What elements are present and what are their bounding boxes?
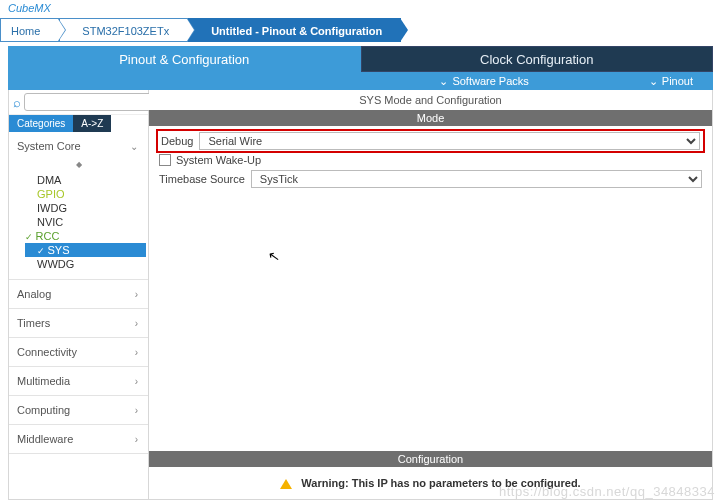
group-label: Multimedia: [17, 375, 70, 387]
chevron-down-icon: ⌄: [130, 141, 138, 152]
breadcrumb-chip-label: STM32F103ZETx: [82, 25, 169, 37]
debug-select[interactable]: Serial Wire: [199, 132, 700, 150]
mode-header: Mode: [149, 110, 712, 126]
breadcrumb: Home STM32F103ZETx Untitled - Pinout & C…: [0, 18, 721, 42]
app-title: CubeMX: [0, 0, 721, 16]
search-input[interactable]: [24, 93, 161, 111]
warning-text: Warning: This IP has no parameters to be…: [301, 477, 580, 489]
chevron-right-icon: ›: [135, 376, 138, 387]
chevron-right-icon: ›: [135, 347, 138, 358]
search-icon: ⌕: [13, 95, 21, 110]
chevron-right-icon: ›: [135, 289, 138, 300]
tree-item-dma[interactable]: DMA: [37, 173, 148, 187]
system-core-tree: ◆ DMA GPIO IWDG NVIC RCC SYS WWDG: [9, 160, 148, 279]
group-header-connectivity[interactable]: Connectivity›: [9, 338, 148, 366]
mouse-cursor-icon: ↖: [267, 247, 282, 265]
mode-body: Debug Serial Wire System Wake-Up Timebas…: [149, 126, 712, 198]
tree-item-nvic[interactable]: NVIC: [37, 215, 148, 229]
category-tabs: Categories A->Z: [9, 115, 148, 132]
pinout-dropdown[interactable]: Pinout: [649, 72, 693, 90]
group-label: Computing: [17, 404, 70, 416]
tab-clock-config[interactable]: Clock Configuration: [361, 46, 714, 72]
debug-label: Debug: [161, 135, 193, 147]
wakeup-checkbox[interactable]: [159, 154, 171, 166]
group-label: Timers: [17, 317, 50, 329]
warning-icon: [280, 479, 292, 489]
debug-row: Debug Serial Wire: [159, 132, 702, 150]
wakeup-label: System Wake-Up: [176, 154, 261, 166]
group-label: Connectivity: [17, 346, 77, 358]
panel-title: SYS Mode and Configuration: [149, 90, 712, 110]
breadcrumb-file-label: Untitled - Pinout & Configuration: [211, 25, 382, 37]
tab-pinout-config[interactable]: Pinout & Configuration: [8, 46, 361, 72]
group-header-analog[interactable]: Analog›: [9, 280, 148, 308]
tab-az[interactable]: A->Z: [73, 115, 111, 132]
tree-item-rcc[interactable]: RCC: [37, 229, 148, 243]
sidebar: ⌕ ⌄ ⚙ Categories A->Z System Core ⌄ ◆ DM…: [9, 90, 149, 499]
sub-toolbar: Software Packs Pinout: [8, 72, 713, 90]
breadcrumb-file[interactable]: Untitled - Pinout & Configuration: [188, 18, 401, 42]
config-panel: SYS Mode and Configuration Mode Debug Se…: [149, 90, 712, 499]
chevron-right-icon: ›: [135, 318, 138, 329]
search-row: ⌕ ⌄ ⚙: [9, 90, 148, 115]
group-label: Middleware: [17, 433, 73, 445]
group-label: System Core: [17, 140, 81, 152]
software-packs-dropdown[interactable]: Software Packs: [439, 72, 528, 90]
breadcrumb-home-label: Home: [11, 25, 40, 37]
tree-item-wwdg[interactable]: WWDG: [37, 257, 148, 271]
wakeup-row: System Wake-Up: [159, 154, 702, 166]
breadcrumb-home[interactable]: Home: [0, 18, 59, 42]
group-header-computing[interactable]: Computing›: [9, 396, 148, 424]
tree-item-gpio[interactable]: GPIO: [37, 187, 148, 201]
config-header: Configuration: [149, 451, 712, 467]
config-body: Warning: This IP has no parameters to be…: [149, 467, 712, 499]
timebase-label: Timebase Source: [159, 173, 245, 185]
tree-item-sys[interactable]: SYS: [25, 243, 146, 257]
work-area: ⌕ ⌄ ⚙ Categories A->Z System Core ⌄ ◆ DM…: [8, 90, 713, 500]
tab-categories[interactable]: Categories: [9, 115, 73, 132]
group-label: Analog: [17, 288, 51, 300]
main-tabs: Pinout & Configuration Clock Configurati…: [8, 46, 713, 72]
tree-item-iwdg[interactable]: IWDG: [37, 201, 148, 215]
timebase-select[interactable]: SysTick: [251, 170, 702, 188]
breadcrumb-chip[interactable]: STM32F103ZETx: [59, 18, 188, 42]
group-header-middleware[interactable]: Middleware›: [9, 425, 148, 453]
spacer: [149, 198, 712, 451]
timebase-row: Timebase Source SysTick: [159, 170, 702, 188]
group-system-core: System Core ⌄ ◆ DMA GPIO IWDG NVIC RCC S…: [9, 132, 148, 280]
chevron-right-icon: ›: [135, 434, 138, 445]
collapse-dot-icon[interactable]: ◆: [9, 160, 148, 169]
group-header-timers[interactable]: Timers›: [9, 309, 148, 337]
group-header-multimedia[interactable]: Multimedia›: [9, 367, 148, 395]
group-header-system-core[interactable]: System Core ⌄: [9, 132, 148, 160]
chevron-right-icon: ›: [135, 405, 138, 416]
